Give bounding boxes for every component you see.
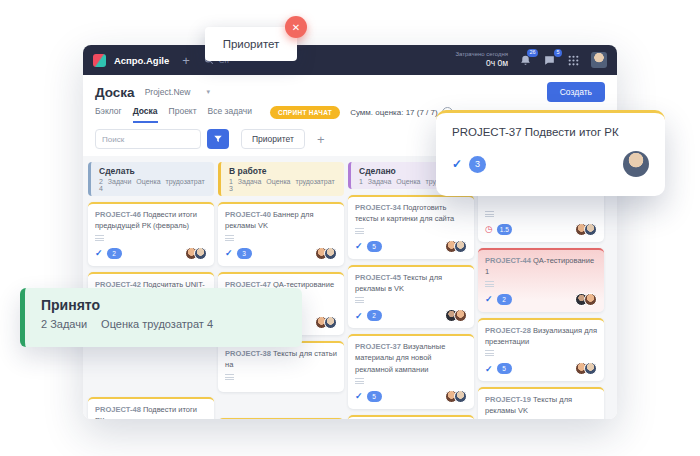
board-header: Доска Project.New ▾ Создать [83,75,617,103]
task-id: PROJECT-48 [95,405,141,414]
avatar [454,390,467,403]
task-card-footer: ✓2 [95,247,207,260]
task-card-popup-title: PROJECT-37 Подвести итог РК [452,126,649,138]
checkmark-icon: ✓ [355,241,363,251]
avatar [324,247,337,260]
messages-button[interactable]: 5 [543,54,556,67]
avatar [584,293,597,306]
notifications-count-badge: 26 [527,49,538,58]
task-card-footer: ✓5 [485,362,597,375]
task-card-footer: ✓2 [355,309,467,322]
assignee-avatar[interactable] [623,151,649,177]
task-card-project-44[interactable]: PROJECT-44 QA-тестирование 1✓2 [478,248,604,312]
task-card-title: PROJECT-19 Тексты для рекламы VK [485,394,597,417]
project-selector[interactable]: Project.New ▾ [145,87,210,97]
task-card-project-37[interactable]: PROJECT-37 Визуальные материалы для ново… [348,334,474,409]
description-lines-icon [225,374,234,380]
task-card-project-23[interactable]: PROJECT-23 Итоги РК✓5 [348,415,474,419]
task-id: PROJECT-19 [485,395,531,404]
checkmark-icon: ✓ [452,157,462,171]
task-card-project-28[interactable]: PROJECT-28 Визуализация для презентации✓… [478,318,604,382]
description-lines-icon [355,228,364,234]
task-card-title: PROJECT-37 Визуальные материалы для ново… [355,341,467,375]
task-card-project-40[interactable]: PROJECT-40 Баннер для рекламы VK✓3 [218,202,344,266]
task-card-footer: ◷1.5 [485,223,597,236]
assignee-avatars [575,293,597,306]
sprint-status-badge: СПРИНТ НАЧАТ [270,106,340,119]
description-lines-icon [485,350,494,356]
task-card-project-45[interactable]: PROJECT-45 Тексты для рекламы в VK✓2 [348,265,474,329]
add-filter-button[interactable]: + [317,133,325,146]
task-card-title: PROJECT-38 Тексты для статьи на [225,348,337,371]
app-logo-icon [93,54,106,67]
task-card-popup[interactable]: PROJECT-37 Подвести итог РК ✓ 3 [436,110,665,196]
accepted-estimate: Оценка трудозатрат 4 [101,318,213,330]
description-lines-icon [485,281,494,287]
checkmark-icon: ✓ [485,294,493,304]
app-window: Аспро.Agile + Сп Затрачено сегодня 0ч 0м… [83,45,617,419]
avatar [454,240,467,253]
priority-tooltip: Приоритет ✕ [205,27,297,61]
avatar [454,309,467,322]
accepted-task-count: 2 Задачи [41,318,87,330]
task-id: PROJECT-37 [355,342,401,351]
task-card-project-48[interactable]: PROJECT-48 Подвести итоги РК✓2 [88,397,214,419]
task-id: PROJECT-40 [225,210,271,219]
column-header: В работе1 Задача Оценка трудозатрат 3 [218,162,344,196]
checklist-count-badge: 2 [367,310,382,321]
funnel-icon [213,134,223,144]
user-avatar[interactable] [591,52,607,68]
assignee-avatars [445,390,467,403]
app-name: Аспро.Agile [114,55,169,66]
task-card-title: PROJECT-28 Визуализация для презентации [485,325,597,348]
apps-menu-button[interactable] [567,54,580,67]
tab-Проект[interactable]: Проект [169,106,197,123]
task-card-project-46[interactable]: PROJECT-46 Подвести итоги предыдущей РК … [88,202,214,266]
task-card-footer: ✓2 [485,293,597,306]
tab-Все задачи[interactable]: Все задачи [208,106,252,123]
task-card-project-19[interactable]: PROJECT-19 Тексты для рекламы VK✓5 [478,387,604,419]
description-lines-icon [225,235,234,241]
checklist-count-badge: 2 [497,294,512,305]
task-id: PROJECT-38 [225,349,271,358]
task-card-footer: ✓5 [355,390,467,403]
task-card-title: PROJECT-48 Подвести итоги РК [95,404,207,419]
accepted-column-meta: 2 Задачи Оценка трудозатрат 4 [41,318,286,330]
close-icon: ✕ [292,22,300,33]
tab-Бэклог[interactable]: Бэклог [95,106,122,123]
task-card-footer: ✓3 [225,247,337,260]
avatar [324,316,337,329]
description-lines-icon [355,297,364,303]
task-card-project-38[interactable]: PROJECT-38 Тексты для статьи на [218,341,344,392]
task-id: PROJECT-34 [355,203,401,212]
quick-add-icon[interactable]: + [182,54,190,67]
task-card-footer: ✓5 [355,240,467,253]
assignee-avatars [445,309,467,322]
assignee-avatars [315,316,337,329]
task-id: PROJECT-45 [355,273,401,282]
search-input[interactable] [95,129,201,149]
topbar-right-group: Затрачено сегодня 0ч 0м 26 5 [455,51,607,69]
checkmark-icon: ✓ [225,248,233,258]
filter-button[interactable] [207,129,229,149]
time-tracker[interactable]: Затрачено сегодня 0ч 0м [455,51,508,69]
tab-Доска[interactable]: Доска [133,106,158,123]
sprint-summary-text: Сумм. оценка: 17 (7 / 7) [350,108,438,117]
checklist-count-badge: 2 [107,248,122,259]
create-button[interactable]: Создать [547,82,605,102]
accepted-column-title: Принято [41,297,286,313]
checkmark-icon: ✓ [485,364,493,374]
task-card-project-34[interactable]: PROJECT-34 Подготовить тексты и картинки… [348,195,474,259]
task-card[interactable]: теории✓3 [218,418,344,420]
priority-filter-chip[interactable]: Приоритет [241,129,305,149]
close-button[interactable]: ✕ [285,16,307,38]
assignee-avatars [575,223,597,236]
description-lines-icon [355,378,364,384]
notifications-button[interactable]: 26 [519,54,532,67]
checkmark-icon: ✓ [95,248,103,258]
top-navigation-bar: Аспро.Agile + Сп Затрачено сегодня 0ч 0м… [83,45,617,75]
assignee-avatars [445,240,467,253]
checklist-count-badge: 5 [367,241,382,252]
column-header: Сделать2 Задачи Оценка трудозатрат 4 [88,162,214,196]
task-card-popup-footer: ✓ 3 [452,151,649,177]
